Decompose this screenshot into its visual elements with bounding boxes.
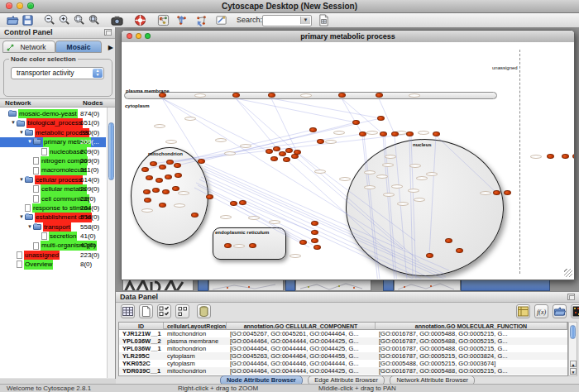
graph-node[interactable] [359, 131, 366, 136]
graph-node[interactable] [174, 163, 181, 168]
expander-icon[interactable]: ▼ [18, 213, 25, 222]
tab-network[interactable]: Network [2, 41, 55, 53]
graph-node[interactable] [249, 243, 256, 248]
graph-node[interactable] [206, 194, 213, 199]
zoom-out-icon[interactable] [43, 14, 55, 26]
graph-node[interactable] [175, 173, 182, 178]
graph-node[interactable] [273, 146, 280, 151]
background-window-titlebar[interactable] [461, 280, 550, 291]
background-window-watermark[interactable] [122, 280, 194, 291]
graph-node[interactable] [317, 139, 324, 144]
graph-node[interactable] [159, 203, 166, 208]
table-row[interactable]: YDR039C__1mitochondrion[GO:0044464, GO:0… [119, 367, 567, 375]
graph-node[interactable] [146, 175, 153, 180]
float-panel-icon[interactable] [567, 294, 575, 300]
annotation-icon[interactable] [215, 14, 227, 26]
tree-row[interactable]: nucleobase-209(0) [0, 147, 106, 156]
delete-attribute-icon[interactable] [197, 304, 211, 318]
table-row[interactable]: YPL036W__2plasma membrane[GO:0044464, GO… [119, 337, 567, 345]
tree-col-nodes[interactable]: Nodes [83, 99, 103, 108]
new-attribute-icon[interactable] [139, 304, 153, 318]
window-resize-grip[interactable] [564, 269, 572, 277]
table-row[interactable]: YLR295Ccytoplasm[GO:0045263, GO:0044464,… [119, 352, 567, 360]
graph-node[interactable] [159, 93, 166, 98]
select-attributes-icon[interactable] [157, 304, 171, 318]
background-window-titlebar[interactable] [285, 280, 295, 291]
tree-row[interactable]: nitrogen compo209(0) [0, 156, 106, 165]
background-window-sliver[interactable] [208, 280, 284, 291]
table-row[interactable]: YKR052Ccytoplasm[GO:0044464, GO:0044446,… [119, 360, 567, 367]
graph-node[interactable] [309, 127, 317, 132]
background-window-sliver[interactable] [394, 280, 461, 291]
graph-node[interactable] [268, 93, 275, 98]
zoom-selected-region-icon[interactable] [73, 14, 85, 26]
zoom-in-icon[interactable] [58, 14, 70, 26]
vizmapper-icon[interactable] [157, 14, 170, 26]
function-builder-icon[interactable]: f(x) [534, 304, 548, 318]
import-table-icon[interactable] [318, 14, 330, 26]
save-icon[interactable] [22, 14, 34, 26]
graph-node[interactable] [279, 151, 286, 156]
expander-icon[interactable]: ▼ [18, 175, 25, 184]
background-window-titlebar[interactable] [198, 280, 208, 291]
graph-node[interactable] [141, 167, 149, 172]
graph-node[interactable] [313, 245, 321, 250]
expander-icon[interactable]: ▼ [18, 128, 25, 137]
graph-node[interactable] [156, 178, 163, 183]
tree-row[interactable]: ▼primary metabo209(... [0, 137, 106, 146]
table-row[interactable]: YPL036W__1mitochondrion[GO:0044464, GO:0… [119, 345, 567, 352]
unselect-attributes-icon[interactable] [175, 304, 189, 318]
search-input[interactable]: ▼ [262, 15, 312, 26]
tree-row[interactable]: ▼establishment of lo558(0) [0, 213, 106, 222]
network-window-titlebar[interactable]: primary metabolic process [122, 31, 574, 43]
tree-row[interactable]: response to stimulu264(0) [0, 203, 106, 213]
graph-node[interactable] [166, 160, 174, 165]
graph-node[interactable] [352, 120, 360, 125]
graph-node[interactable] [239, 200, 246, 205]
tree-row[interactable]: macromolecule311(0) [0, 165, 106, 174]
graph-node[interactable] [266, 149, 273, 154]
chevron-down-icon[interactable]: ▼ [300, 17, 310, 24]
graph-node[interactable] [283, 157, 290, 162]
tree-col-network[interactable]: Network [5, 99, 31, 108]
float-panel-icon[interactable] [104, 29, 112, 36]
expander-icon[interactable]: ▼ [26, 137, 33, 146]
tree-row[interactable]: ▼cellular process614(0) [0, 175, 106, 184]
tree-row[interactable]: secretion41(0) [0, 232, 106, 241]
tab-overflow-icon[interactable]: ▶ [108, 44, 113, 51]
column-header[interactable]: ID [119, 323, 164, 330]
tree-row[interactable]: cellular metabo209(0) [0, 184, 106, 194]
graph-node[interactable] [294, 150, 301, 155]
graph-node[interactable] [547, 154, 554, 159]
graph-node[interactable] [426, 253, 433, 258]
column-header[interactable]: _cellularLayoutRegion [164, 323, 227, 330]
graph-node[interactable] [562, 154, 569, 159]
graph-node[interactable] [311, 238, 318, 243]
graph-node[interactable] [150, 161, 157, 166]
graph-node[interactable] [232, 93, 240, 98]
graph-node[interactable] [377, 116, 385, 121]
graph-node[interactable] [162, 189, 170, 194]
table-scrollbar-thumb[interactable] [570, 325, 576, 339]
attribute-grid-icon[interactable] [121, 304, 135, 318]
graph-node[interactable] [285, 148, 293, 153]
tree-row[interactable]: Overview8(0) [0, 260, 106, 269]
apply-layout-a-icon[interactable] [175, 14, 188, 26]
graph-node[interactable] [391, 131, 399, 136]
tree-scrollbar[interactable] [107, 108, 115, 378]
tab-mosaic[interactable]: Mosaic [55, 41, 102, 53]
attribute-table[interactable]: ID_cellularLayoutRegionannotation.GO CEL… [118, 322, 568, 376]
scroll-down-icon[interactable]: ▼ [570, 368, 577, 375]
network-snapshot-icon[interactable] [111, 14, 123, 26]
tree-scrollbar-thumb[interactable] [108, 122, 114, 180]
table-row[interactable]: YJR121W__1mitochondrion[GO:0045267, GO:0… [119, 330, 567, 337]
expander-icon[interactable]: ▼ [10, 118, 17, 127]
graph-node[interactable] [311, 230, 318, 235]
tree-row[interactable]: mosaic-demo-yeast874(0) [0, 109, 106, 118]
graph-node[interactable] [299, 240, 307, 245]
dropdown-stepper-icon[interactable]: ▲▼ [93, 69, 103, 78]
graph-node[interactable] [380, 131, 387, 136]
graph-node[interactable] [433, 131, 440, 136]
graph-node[interactable] [152, 188, 160, 193]
graph-node[interactable] [504, 190, 511, 195]
